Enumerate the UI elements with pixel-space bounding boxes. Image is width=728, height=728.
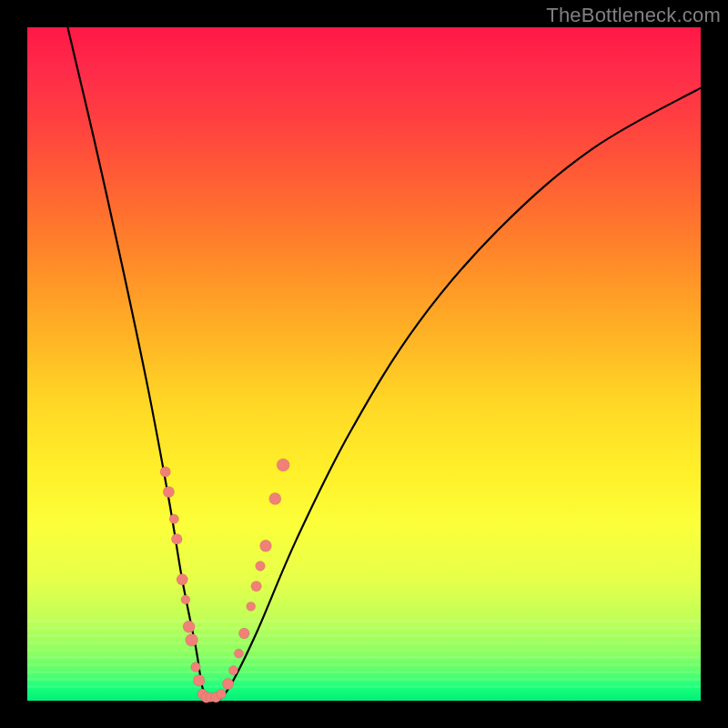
scatter-point — [177, 574, 187, 585]
plot-area — [27, 27, 701, 701]
scatter-point — [183, 621, 195, 632]
scatter-point — [191, 662, 201, 672]
scatter-point — [247, 602, 256, 611]
scatter-point — [277, 459, 289, 471]
scatter-point — [234, 649, 243, 658]
scatter-point — [256, 561, 266, 571]
chart-frame: TheBottleneck.com — [0, 0, 728, 728]
scatter-point — [169, 514, 178, 523]
scatter-point — [269, 492, 281, 504]
watermark-text: TheBottleneck.com — [546, 4, 721, 27]
scatter-group — [160, 459, 289, 703]
scatter-point — [228, 666, 238, 675]
scatter-point — [251, 581, 262, 592]
scatter-point — [193, 674, 205, 686]
scatter-point — [222, 678, 233, 689]
scatter-point — [171, 534, 182, 545]
chart-svg — [27, 27, 701, 701]
scatter-point — [238, 628, 249, 639]
scatter-point — [163, 486, 174, 497]
scatter-point — [217, 689, 227, 699]
curve-path — [67, 27, 701, 703]
scatter-point — [260, 540, 272, 551]
scatter-point — [186, 634, 198, 647]
scatter-point — [160, 467, 170, 477]
scatter-point — [181, 595, 190, 604]
